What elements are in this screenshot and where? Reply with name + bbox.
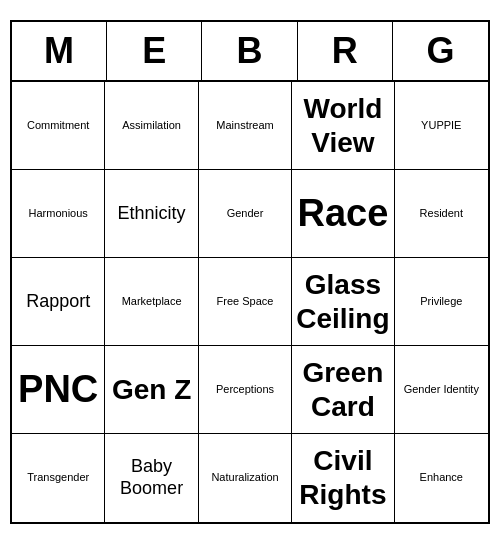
cell-24[interactable]: Enhance — [395, 434, 488, 522]
cell-13[interactable]: Glass Ceiling — [292, 258, 394, 346]
cell-text-12: Free Space — [217, 295, 274, 308]
cell-22[interactable]: Naturalization — [199, 434, 292, 522]
cell-text-18: Green Card — [296, 356, 389, 423]
cell-text-23: Civil Rights — [296, 444, 389, 511]
cell-23[interactable]: Civil Rights — [292, 434, 394, 522]
cell-17[interactable]: Perceptions — [199, 346, 292, 434]
cell-text-24: Enhance — [420, 471, 463, 484]
bingo-card: M E B R G CommitmentAssimilationMainstre… — [10, 20, 490, 524]
cell-text-0: Commitment — [27, 119, 89, 132]
cell-text-8: Race — [297, 191, 388, 237]
cell-text-10: Rapport — [26, 291, 90, 313]
cell-5[interactable]: Harmonious — [12, 170, 105, 258]
cell-15[interactable]: PNC — [12, 346, 105, 434]
header-g: G — [393, 22, 488, 80]
cell-text-3: World View — [296, 92, 389, 159]
cell-20[interactable]: Transgender — [12, 434, 105, 522]
cell-text-20: Transgender — [27, 471, 89, 484]
cell-8[interactable]: Race — [292, 170, 394, 258]
header-row: M E B R G — [12, 22, 488, 82]
header-b: B — [202, 22, 297, 80]
cell-21[interactable]: Baby Boomer — [105, 434, 198, 522]
cell-text-16: Gen Z — [112, 373, 191, 407]
cell-6[interactable]: Ethnicity — [105, 170, 198, 258]
cell-text-19: Gender Identity — [404, 383, 479, 396]
cell-text-7: Gender — [227, 207, 264, 220]
cell-text-5: Harmonious — [29, 207, 88, 220]
cell-text-17: Perceptions — [216, 383, 274, 396]
cell-text-21: Baby Boomer — [109, 456, 193, 499]
cell-10[interactable]: Rapport — [12, 258, 105, 346]
cell-text-4: YUPPIE — [421, 119, 461, 132]
cell-text-13: Glass Ceiling — [296, 268, 389, 335]
bingo-grid: CommitmentAssimilationMainstreamWorld Vi… — [12, 82, 488, 522]
cell-18[interactable]: Green Card — [292, 346, 394, 434]
cell-2[interactable]: Mainstream — [199, 82, 292, 170]
cell-16[interactable]: Gen Z — [105, 346, 198, 434]
cell-12[interactable]: Free Space — [199, 258, 292, 346]
cell-3[interactable]: World View — [292, 82, 394, 170]
header-e: E — [107, 22, 202, 80]
cell-19[interactable]: Gender Identity — [395, 346, 488, 434]
cell-1[interactable]: Assimilation — [105, 82, 198, 170]
cell-text-2: Mainstream — [216, 119, 273, 132]
cell-7[interactable]: Gender — [199, 170, 292, 258]
cell-text-11: Marketplace — [122, 295, 182, 308]
cell-4[interactable]: YUPPIE — [395, 82, 488, 170]
cell-text-15: PNC — [18, 367, 98, 413]
cell-text-22: Naturalization — [211, 471, 278, 484]
cell-text-14: Privilege — [420, 295, 462, 308]
cell-text-1: Assimilation — [122, 119, 181, 132]
header-r: R — [298, 22, 393, 80]
cell-14[interactable]: Privilege — [395, 258, 488, 346]
header-m: M — [12, 22, 107, 80]
cell-11[interactable]: Marketplace — [105, 258, 198, 346]
cell-9[interactable]: Resident — [395, 170, 488, 258]
cell-text-6: Ethnicity — [118, 203, 186, 225]
cell-0[interactable]: Commitment — [12, 82, 105, 170]
cell-text-9: Resident — [420, 207, 463, 220]
